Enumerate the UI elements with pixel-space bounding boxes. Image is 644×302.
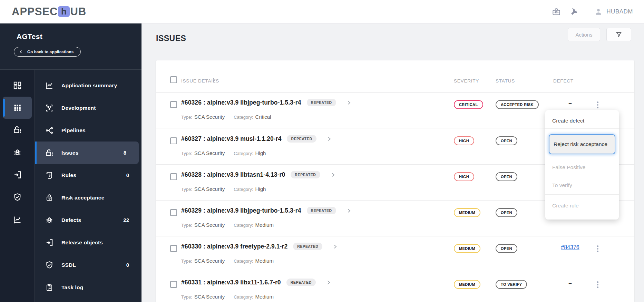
type-label: Type: xyxy=(181,259,192,264)
sidebar-item-label: Defects xyxy=(61,217,81,223)
filter-button[interactable] xyxy=(606,28,631,41)
issue-title[interactable]: #60329 : alpine:v3.9 libjpeg-turbo-1.5.3… xyxy=(181,207,301,214)
status-badge: OPEN xyxy=(496,172,517,181)
category-value: Medium xyxy=(255,294,274,300)
type-value: SCA Security xyxy=(194,186,225,192)
clipboard-list-icon xyxy=(45,283,54,292)
expand-row-chevron[interactable] xyxy=(326,136,332,142)
user-menu[interactable]: HUBADM xyxy=(594,7,633,16)
sidebar-item-risk-acceptance[interactable]: Risk acceptance xyxy=(35,186,142,209)
table-header-row: ISSUE DETAILS SEVERITY STATUS DEFECT xyxy=(156,60,634,92)
type-value: SCA Security xyxy=(194,294,225,300)
issue-title[interactable]: #60327 : alpine:v3.9 musl-1.1.20-r4 xyxy=(181,135,281,143)
filter-funnel-icon xyxy=(615,31,622,38)
status-badge: TO VERIFY xyxy=(496,280,527,289)
select-all-checkbox[interactable] xyxy=(170,76,177,83)
menu-item-create-rule: Create rule xyxy=(545,195,619,217)
chevron-right-icon xyxy=(211,77,217,82)
sidebar-item-rules[interactable]: Rules 0 xyxy=(35,164,142,186)
row-checkbox[interactable] xyxy=(170,281,177,288)
category-value: High xyxy=(255,150,266,156)
actions-button[interactable]: Actions xyxy=(568,28,600,41)
sidebar-item-application-summary[interactable]: Application summary xyxy=(35,74,142,97)
sidebar-item-release-objects[interactable]: Release objects xyxy=(35,231,142,254)
rail-item-analytics[interactable] xyxy=(0,208,35,231)
issue-title[interactable]: #60326 : alpine:v3.9 libjpeg-turbo-1.5.3… xyxy=(181,99,301,106)
type-label: Type: xyxy=(181,223,192,228)
sidebar-item-label: Risk acceptance xyxy=(61,195,105,201)
chevron-right-icon xyxy=(346,208,352,214)
type-value: SCA Security xyxy=(194,114,225,120)
type-value: SCA Security xyxy=(194,258,225,264)
row-checkbox[interactable] xyxy=(170,137,177,144)
category-label: Category: xyxy=(234,187,253,192)
sidebar-item-defects[interactable]: Defects 22 xyxy=(35,209,142,231)
sidebar-item-label: Application summary xyxy=(61,82,117,89)
sidebar-item-count: 0 xyxy=(126,262,129,268)
chevron-left-icon xyxy=(19,50,23,54)
row-menu-button[interactable] xyxy=(593,100,603,110)
row-menu-button[interactable] xyxy=(593,280,603,290)
sidebar-menu: Application summary Development Pipeline… xyxy=(35,70,142,302)
bug-icon xyxy=(13,148,22,157)
sidebar-item-ssdl[interactable]: SSDL 0 xyxy=(35,254,142,276)
sidebar-item-count: 22 xyxy=(123,217,129,223)
column-header-status: STATUS xyxy=(496,78,515,84)
severity-badge: MEDIUM xyxy=(454,244,480,253)
repeated-badge: REPEATED xyxy=(293,243,322,250)
expand-row-chevron[interactable] xyxy=(325,280,331,285)
rail-item-ssdl[interactable] xyxy=(0,186,35,208)
sidebar-item-development[interactable]: Development xyxy=(35,97,142,119)
row-checkbox[interactable] xyxy=(170,173,177,180)
row-menu-button[interactable] xyxy=(593,244,603,254)
issue-meta: Type:SCA SecurityCategory:Medium xyxy=(181,294,274,300)
issue-title[interactable]: #60331 : alpine:v3.9 libx11-1.6.7-r0 xyxy=(181,279,281,286)
expand-row-chevron[interactable] xyxy=(346,100,352,106)
status-badge: OPEN xyxy=(496,136,517,145)
expand-row-chevron[interactable] xyxy=(332,244,338,250)
rail-item-dashboard[interactable] xyxy=(0,74,35,97)
type-value: SCA Security xyxy=(194,222,225,228)
bug-icon xyxy=(45,216,54,225)
top-bar: APPSEChUB HUBADM xyxy=(0,0,644,23)
menu-item-reject-risk-acceptance[interactable]: Reject risk acceptance xyxy=(549,134,615,154)
defect-link[interactable]: #84376 xyxy=(561,244,579,250)
sidebar-header: AGTest Go back to applications xyxy=(0,23,142,70)
category-label: Category: xyxy=(234,259,253,264)
rail-item-defects[interactable] xyxy=(0,141,35,164)
rail-item-apps-selected[interactable] xyxy=(3,97,32,119)
type-label: Type: xyxy=(181,187,192,192)
menu-item-false-positive: False Positive xyxy=(545,158,619,176)
issue-title[interactable]: #60330 : alpine:v3.9 freetype-2.9.1-r2 xyxy=(181,243,287,250)
expand-all-chevron[interactable] xyxy=(211,77,217,84)
sidebar-item-task-log[interactable]: Task log xyxy=(35,276,142,299)
menu-divider xyxy=(545,128,619,129)
issue-title[interactable]: #60328 : alpine:v3.9 libtasn1-4.13-r0 xyxy=(181,171,285,178)
rules-scroll-icon xyxy=(45,171,54,180)
column-header-severity: SEVERITY xyxy=(454,78,479,84)
expand-row-chevron[interactable] xyxy=(346,208,352,214)
rail-item-release-objects[interactable] xyxy=(0,164,35,186)
row-checkbox[interactable] xyxy=(170,101,177,108)
go-back-button[interactable]: Go back to applications xyxy=(14,47,81,57)
sidebar-item-count: 0 xyxy=(126,172,129,178)
repeated-badge: REPEATED xyxy=(307,99,336,106)
row-checkbox[interactable] xyxy=(170,245,177,252)
type-label: Type: xyxy=(181,294,192,300)
tools-icon[interactable] xyxy=(570,7,579,16)
commit-graph-icon xyxy=(45,104,54,113)
briefcase-icon[interactable] xyxy=(552,7,561,16)
sidebar-item-pipelines[interactable]: Pipelines xyxy=(35,119,142,142)
sidebar-item-label: Issues xyxy=(61,150,78,156)
chevron-right-icon xyxy=(330,172,336,178)
rail-item-issues[interactable] xyxy=(0,119,35,141)
sidebar-item-label: SSDL xyxy=(61,262,76,268)
severity-badge: HIGH xyxy=(454,136,474,145)
sidebar-item-issues[interactable]: Issues 8 xyxy=(35,142,139,164)
menu-item-create-defect[interactable]: Create defect xyxy=(545,113,619,128)
unlock-alert-icon xyxy=(13,125,22,135)
exit-door-icon xyxy=(13,170,22,179)
row-checkbox[interactable] xyxy=(170,209,177,216)
expand-row-chevron[interactable] xyxy=(330,172,336,178)
table-row: #60330 : alpine:v3.9 freetype-2.9.1-r2 R… xyxy=(156,236,634,272)
